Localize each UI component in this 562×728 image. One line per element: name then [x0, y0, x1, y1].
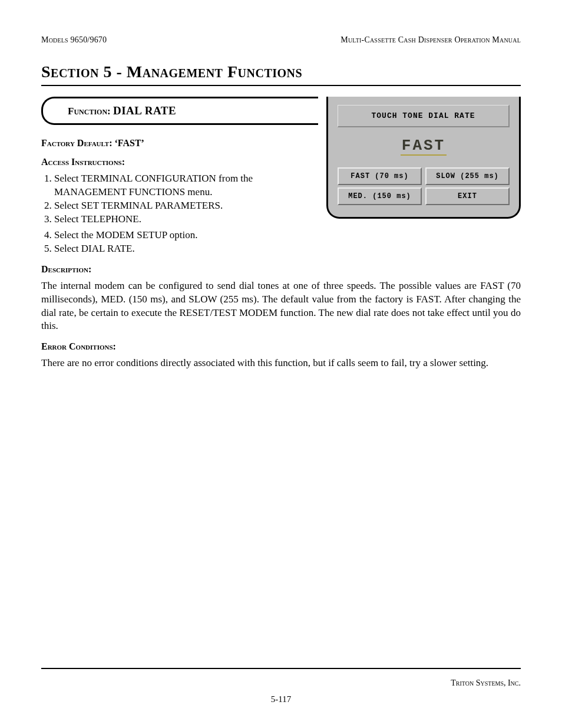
- error-heading: Error Conditions:: [41, 341, 521, 352]
- step-3: Select TELEPHONE.: [54, 213, 318, 226]
- exit-button[interactable]: EXIT: [425, 187, 510, 205]
- function-box: Function: DIAL RATE: [41, 97, 318, 125]
- access-steps-cont: Select the MODEM SETUP option. Select DI…: [41, 229, 521, 256]
- content-row: Function: DIAL RATE Factory Default: ‘FA…: [41, 97, 521, 226]
- left-column: Function: DIAL RATE Factory Default: ‘FA…: [41, 97, 318, 226]
- slow-button[interactable]: SLOW (255 ms): [425, 167, 510, 185]
- title-rule: [41, 85, 521, 86]
- access-heading: Access Instructions:: [41, 157, 318, 167]
- error-text: There are no error conditions directly a…: [41, 357, 521, 370]
- function-label: Function:: [68, 106, 113, 117]
- footer-page-number: 5-117: [0, 694, 562, 704]
- section-title: Section 5 - Management Functions: [41, 62, 521, 81]
- footer-rule: [41, 668, 521, 669]
- footer-company: Triton Systems, Inc.: [451, 678, 521, 688]
- terminal-button-row-2: MED. (150 ms) EXIT: [338, 187, 510, 205]
- header-right: Multi-Cassette Cash Dispenser Operation …: [340, 35, 521, 45]
- right-column: TOUCH TONE DIAL RATE FAST FAST (70 ms) S…: [326, 97, 521, 226]
- page-header: Models 9650/9670 Multi-Cassette Cash Dis…: [41, 35, 521, 45]
- terminal-title: TOUCH TONE DIAL RATE: [338, 105, 510, 127]
- factory-default: Factory Default: ‘FAST’: [41, 138, 318, 149]
- terminal-current-value: FAST: [338, 132, 510, 165]
- step-1: Select TERMINAL CONFIGURATION from the M…: [54, 172, 318, 199]
- description-heading: Description:: [41, 264, 521, 275]
- step-4: Select the MODEM SETUP option.: [54, 229, 521, 242]
- factory-default-label: Factory Default:: [41, 138, 115, 148]
- med-button[interactable]: MED. (150 ms): [338, 187, 422, 205]
- step-5: Select DIAL RATE.: [54, 242, 521, 256]
- factory-default-value: ‘FAST’: [115, 138, 144, 148]
- access-steps: Select TERMINAL CONFIGURATION from the M…: [41, 172, 318, 226]
- function-name: DIAL RATE: [113, 104, 176, 117]
- terminal-screenshot: TOUCH TONE DIAL RATE FAST FAST (70 ms) S…: [326, 97, 521, 219]
- terminal-button-row-1: FAST (70 ms) SLOW (255 ms): [338, 167, 510, 185]
- header-left: Models 9650/9670: [41, 35, 107, 45]
- page: Models 9650/9670 Multi-Cassette Cash Dis…: [0, 0, 562, 728]
- description-text: The internal modem can be configured to …: [41, 279, 521, 334]
- fast-button[interactable]: FAST (70 ms): [338, 167, 422, 185]
- step-2: Select SET TERMINAL PARAMETERS.: [54, 199, 318, 213]
